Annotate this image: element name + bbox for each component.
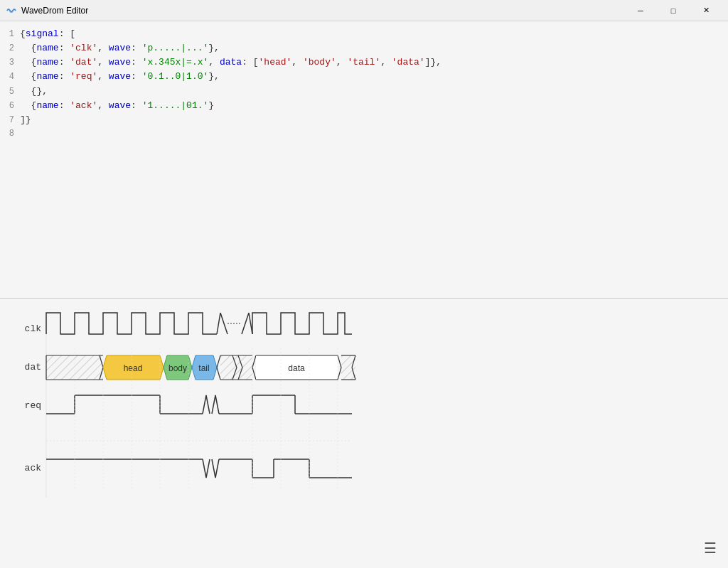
code-line-1: 1 {signal: [: [0, 27, 728, 41]
svg-text:req: req: [25, 400, 41, 411]
line-content-1: {signal: [: [20, 27, 75, 41]
code-line-7: 7 ]}: [0, 113, 728, 127]
minimize-button[interactable]: ─: [624, 0, 657, 21]
line-content-7: ]}: [20, 113, 31, 127]
line-num-6: 6: [0, 100, 20, 113]
line-content-6: {name: 'ack', wave: '1.....|01.'}: [20, 99, 214, 113]
waveform-pane: clk dat req ack: [0, 299, 728, 568]
line-num-1: 1: [0, 28, 20, 41]
svg-text:data: data: [288, 363, 305, 373]
code-line-2: 2 {name: 'clk', wave: 'p.....|...'},: [0, 41, 728, 55]
svg-text:body: body: [168, 363, 187, 373]
line-num-7: 7: [0, 114, 20, 127]
menu-icon-container[interactable]: ☰: [704, 540, 717, 557]
hamburger-icon[interactable]: ☰: [704, 540, 717, 556]
svg-text:dat: dat: [25, 362, 41, 373]
line-num-2: 2: [0, 42, 20, 55]
window-controls: ─ □ ✕: [624, 0, 722, 21]
line-num-5: 5: [0, 85, 20, 99]
line-content-5: {},: [20, 85, 48, 99]
line-num-8: 8: [0, 127, 20, 141]
waveform-svg: clk dat req ack: [14, 306, 697, 505]
waveform-area: clk dat req ack: [0, 306, 728, 561]
svg-rect-32: [341, 355, 355, 380]
close-button[interactable]: ✕: [690, 0, 722, 21]
svg-text:head: head: [124, 363, 143, 373]
title-bar: WaveDrom Editor ─ □ ✕: [0, 0, 728, 21]
line-num-3: 3: [0, 56, 20, 70]
code-line-4: 4 {name: 'req', wave: '0.1..0|1.0'},: [0, 70, 728, 84]
line-content-4: {name: 'req', wave: '0.1..0|1.0'},: [20, 70, 220, 84]
svg-text:clk: clk: [25, 323, 42, 334]
app-icon: [6, 5, 17, 16]
code-line-6: 6 {name: 'ack', wave: '1.....|01.'}: [0, 99, 728, 113]
code-line-8: 8: [0, 127, 728, 141]
code-line-3: 3 {name: 'dat', wave: 'x.345x|=.x', data…: [0, 55, 728, 70]
title-bar-text: WaveDrom Editor: [21, 6, 624, 16]
line-num-4: 4: [0, 70, 20, 84]
svg-rect-0: [14, 306, 697, 505]
editor-pane[interactable]: 1 {signal: [ 2 {name: 'clk', wave: 'p...…: [0, 21, 728, 299]
svg-text:tail: tail: [198, 363, 209, 373]
code-line-5: 5 {},: [0, 85, 728, 99]
maximize-button[interactable]: □: [657, 0, 690, 21]
line-content-3: {name: 'dat', wave: 'x.345x|=.x', data: …: [20, 55, 441, 70]
svg-text:ack: ack: [25, 463, 42, 473]
line-content-2: {name: 'clk', wave: 'p.....|...'},: [20, 41, 220, 55]
main-content: 1 {signal: [ 2 {name: 'clk', wave: 'p...…: [0, 21, 728, 568]
